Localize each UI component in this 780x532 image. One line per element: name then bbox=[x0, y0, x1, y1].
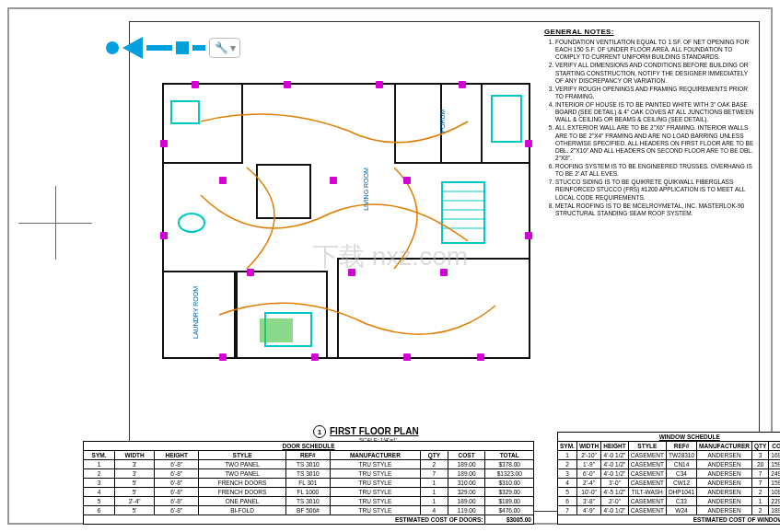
anchor-icon bbox=[284, 81, 291, 88]
anchor-icon bbox=[160, 232, 168, 239]
anchor-icon bbox=[330, 177, 337, 184]
col-header: STYLE bbox=[199, 451, 285, 460]
col-header: MANUFACTURER bbox=[697, 442, 752, 451]
col-header: STYLE bbox=[628, 442, 666, 451]
anchor-icon bbox=[219, 353, 227, 361]
table-row: 74'-9"4'-0 1/2"CASEMENTW24ANDERSEN2189.0… bbox=[558, 506, 781, 515]
fixtures-layer bbox=[164, 85, 532, 361]
col-header: TOTAL bbox=[485, 451, 534, 460]
col-header: SYM. bbox=[558, 442, 577, 451]
table-row: 13'6'-8"TWO PANELTS 3010TRU STYLE2189.00… bbox=[84, 460, 534, 469]
anchor-icon bbox=[403, 353, 411, 361]
plan-title-text: FIRST FLOOR PLAN bbox=[330, 426, 419, 436]
note-item: STUCCO SIDING IS TO BE QUIKRETE QUIKWALL… bbox=[555, 179, 754, 201]
col-header: SYM. bbox=[84, 451, 115, 460]
table-row: 36'-0"4'-0 1/2"CASEMENTC34ANDERSEN7249.0… bbox=[558, 469, 781, 479]
anchor-icon bbox=[219, 177, 227, 184]
anchor-icon bbox=[525, 232, 532, 239]
tool-bar-icon bbox=[146, 45, 172, 51]
svg-rect-1 bbox=[171, 101, 199, 123]
notes-list: FOUNDATION VENTILATION EQUAL TO 1 SF. OF… bbox=[544, 39, 754, 217]
door-total: $3005.00 bbox=[485, 515, 534, 525]
wrench-icon: 🔧 bbox=[215, 41, 228, 54]
plan-title: 1FIRST FLOOR PLAN bbox=[313, 425, 419, 438]
col-header: QTY bbox=[420, 451, 448, 460]
notes-heading: GENERAL NOTES: bbox=[544, 28, 754, 37]
col-header: REF# bbox=[285, 451, 330, 460]
col-header: WIDTH bbox=[576, 442, 600, 451]
door-sched-title: DOOR SCHEDULE bbox=[84, 442, 534, 451]
table-row: 21'-9"4'-0 1/2"CASEMENTCN14ANDERSEN20159… bbox=[558, 460, 781, 469]
note-item: FOUNDATION VENTILATION EQUAL TO 1 SF. OF… bbox=[555, 39, 754, 61]
general-notes: GENERAL NOTES: FOUNDATION VENTILATION EQ… bbox=[544, 28, 754, 218]
anchor-icon bbox=[440, 269, 448, 276]
plan-number: 1 bbox=[313, 425, 326, 438]
svg-rect-2 bbox=[492, 96, 521, 142]
win-total-label: ESTIMATED COST OF WINDOWS: bbox=[558, 515, 781, 525]
tool-bar2-icon bbox=[192, 45, 205, 51]
win-sched-title: WINDOW SCHEDULE bbox=[558, 433, 781, 442]
anchor-icon bbox=[160, 140, 168, 147]
label-living: LIVING ROOM bbox=[363, 168, 369, 211]
note-item: ALL EXTERIOR WALL ARE TO BE 2"X6" FRAMIN… bbox=[555, 124, 754, 162]
floor-plan: LIVING ROOM FORUM LAUNDRY ROOM bbox=[162, 83, 530, 359]
anchor-icon bbox=[525, 140, 532, 147]
col-header: HEIGHT bbox=[601, 442, 629, 451]
arrow-left-icon bbox=[122, 37, 143, 59]
anchor-icon bbox=[459, 81, 466, 88]
note-item: VERIFY ALL DIMENSIONS AND CONDITIONS BEF… bbox=[555, 62, 754, 84]
table-row: 23'6'-8"TWO PANELTS 3010TRU STYLE7189.00… bbox=[84, 469, 534, 479]
col-header: REF# bbox=[666, 442, 696, 451]
note-item: INTERIOR OF HOUSE IS TO BE PAINTED WHITE… bbox=[555, 101, 754, 123]
table-row: 35'6'-8"FRENCH DOORSFL 301TRU STYLE1310.… bbox=[84, 479, 534, 488]
label-laundry: LAUNDRY ROOM bbox=[192, 286, 199, 339]
table-row: 65'6'-8"BI-FOLDBF 506#TRU STYLE4119.00$4… bbox=[84, 506, 534, 515]
note-item: VERIFY ROUGH OPENINGS AND FRAMING REQUIR… bbox=[555, 86, 754, 100]
table-row: 42'-4"3'-0"CASEMENTCW12ANDERSEN7159.00$1… bbox=[558, 479, 781, 488]
svg-rect-10 bbox=[260, 318, 293, 342]
anchor-icon bbox=[477, 353, 484, 361]
table-row: 45'6'-8"FRENCH DOORSFL 1000TRU STYLE1329… bbox=[84, 488, 534, 497]
anchor-icon bbox=[403, 177, 411, 184]
col-header: QTY bbox=[751, 442, 768, 451]
note-item: ROOFING SYSTEM IS TO BE ENGINEERED TRUSS… bbox=[555, 163, 754, 178]
ucs-crosshair-icon bbox=[18, 186, 92, 260]
table-row: 510'-0"4'-5 1/2"TILT-WASHDHP1041ANDERSEN… bbox=[558, 488, 781, 497]
note-item: METAL ROOFING IS TO BE MCELROYMETAL, INC… bbox=[555, 202, 754, 217]
col-header: HEIGHT bbox=[155, 451, 199, 460]
wrench-button[interactable]: 🔧 ▾ bbox=[209, 38, 240, 58]
col-header: WIDTH bbox=[115, 451, 155, 460]
table-row: 12'-10"4'-0 1/2"CASEMENTTW28310ANDERSEN3… bbox=[558, 451, 781, 460]
window-schedule-table: WINDOW SCHEDULE SYM.WIDTHHEIGHTSTYLEREF#… bbox=[557, 432, 780, 525]
label-forum: FORUM bbox=[439, 110, 446, 133]
col-header: COST bbox=[448, 451, 485, 460]
table-row: 63'-8"2'-0"CASEMENTC33ANDERSEN1229.00$22… bbox=[558, 497, 781, 506]
direction-tool[interactable]: 🔧 ▾ bbox=[106, 37, 240, 59]
anchor-icon bbox=[192, 81, 199, 88]
door-schedule-table: DOOR SCHEDULE SYM.WIDTHHEIGHTSTYLEREF#MA… bbox=[83, 441, 534, 525]
col-header: COST bbox=[769, 442, 780, 451]
table-row: 52'-4"6'-8"ONE PANELTS 3010TRU STYLE1189… bbox=[84, 497, 534, 506]
anchor-icon bbox=[376, 81, 383, 88]
chevron-down-icon: ▾ bbox=[230, 41, 236, 54]
paper-sheet: 🔧 ▾ bbox=[7, 7, 773, 525]
col-header: MANUFACTURER bbox=[331, 451, 421, 460]
anchor-icon bbox=[247, 269, 254, 276]
tool-handle-icon bbox=[106, 41, 119, 54]
anchor-icon bbox=[348, 269, 355, 276]
door-total-label: ESTIMATED COST OF DOORS: bbox=[84, 515, 485, 525]
svg-point-0 bbox=[179, 214, 204, 232]
anchor-icon bbox=[311, 353, 319, 361]
tool-square-icon bbox=[176, 41, 189, 54]
